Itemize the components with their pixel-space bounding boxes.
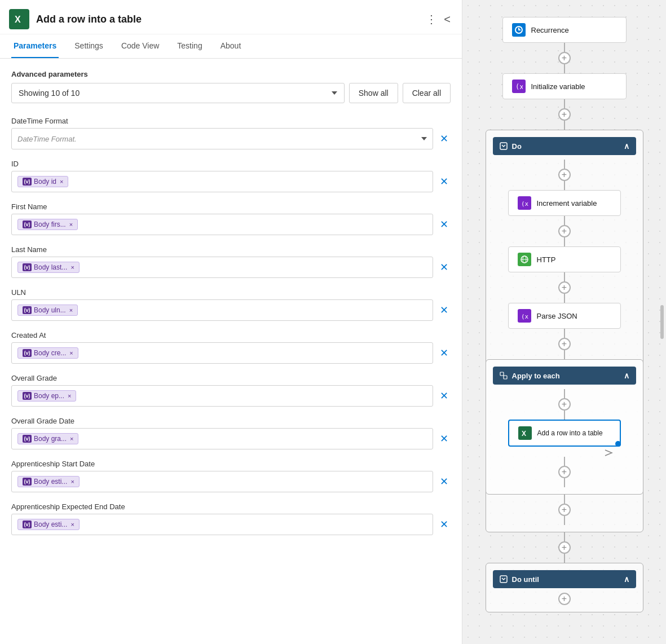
token-body-overallgrade: (v) Body ep... × (17, 390, 76, 402)
first-name-remove-btn[interactable]: ✕ (438, 217, 451, 232)
tab-settings[interactable]: Settings (72, 34, 105, 58)
field-group-datetime-format: DateTime Format DateTime Format. ✕ (11, 117, 451, 149)
token-body-append: (v) Body esti... × (17, 519, 80, 530)
flow-card-http[interactable]: HTTP (508, 246, 621, 272)
token-icon-append: (v) (23, 521, 32, 528)
tab-testing[interactable]: Testing (175, 34, 204, 58)
do-until-header[interactable]: Do until ∧ (493, 570, 636, 588)
last-name-input[interactable]: (v) Body last... × (11, 257, 433, 278)
last-name-remove-btn[interactable]: ✕ (438, 260, 451, 275)
token-body-id: (v) Body id × (17, 176, 68, 187)
datetime-remove-btn[interactable]: ✕ (438, 131, 451, 146)
field-group-first-name: First Name (v) Body firs... × ✕ (11, 202, 451, 235)
token-icon-overallgrade: (v) (23, 392, 32, 400)
apprenticeship-end-remove-btn[interactable]: ✕ (438, 517, 451, 532)
uln-remove-btn[interactable]: ✕ (438, 303, 451, 317)
field-group-overall-grade: Overall Grade (v) Body ep... × ✕ (11, 374, 451, 407)
token-close-firstname[interactable]: × (69, 221, 73, 228)
apply-each-container: Apply to each ∧ + X (486, 359, 643, 495)
cp-until-1[interactable]: + (558, 593, 571, 605)
back-icon[interactable]: < (444, 13, 451, 26)
token-close-overallgrade[interactable]: × (68, 392, 71, 399)
connector-until-1: + (558, 593, 571, 605)
token-close-overallgradedate[interactable]: × (70, 435, 73, 442)
apply-each-label: Apply to each (512, 372, 560, 380)
svg-text:(x): (x) (521, 313, 528, 320)
created-at-input[interactable]: (v) Body cre... × (11, 342, 433, 364)
increment-icon: (x) (518, 196, 531, 210)
do-until-toggle[interactable]: ∧ (624, 575, 629, 584)
cl-do-4 (564, 329, 565, 338)
overall-grade-date-input[interactable]: (v) Body gra... × (11, 428, 433, 449)
do-group-toggle[interactable]: ∧ (624, 142, 629, 151)
cl-do-5 (564, 495, 565, 504)
connector-do-4: + (558, 329, 571, 359)
connector-apply-2: + (558, 457, 571, 487)
cp-apply-2[interactable]: + (558, 466, 571, 478)
id-input[interactable]: (v) Body id × (11, 171, 433, 192)
field-label-last-name: Last Name (11, 245, 451, 254)
token-close-append[interactable]: × (70, 521, 74, 528)
do-group-header[interactable]: Do ∧ (493, 137, 636, 155)
tab-parameters[interactable]: Parameters (11, 34, 59, 58)
apprenticeship-end-input[interactable]: (v) Body esti... × (11, 514, 433, 535)
svg-text:X: X (522, 430, 526, 438)
scroll-indicator[interactable] (660, 305, 664, 339)
connector-plus-2[interactable]: + (558, 108, 571, 121)
cp-do-5[interactable]: + (558, 504, 571, 516)
connector-line-1b (564, 64, 565, 73)
increment-label: Increment variable (537, 199, 597, 208)
tab-about[interactable]: About (218, 34, 244, 58)
flow-card-increment[interactable]: (x) Increment variable (508, 190, 621, 216)
showing-dropdown[interactable]: Showing 10 of 10 (11, 83, 345, 103)
cp-do-2[interactable]: + (558, 225, 571, 237)
overall-grade-input[interactable]: (v) Body ep... × (11, 385, 433, 407)
token-close-lastname[interactable]: × (70, 264, 74, 271)
first-name-input[interactable]: (v) Body firs... × (11, 214, 433, 235)
token-icon-uln: (v) (23, 306, 32, 314)
showing-text: Showing 10 of 10 (19, 89, 80, 98)
flow-card-init-var[interactable]: (x) Initialize variable (502, 73, 627, 99)
do-group-icon (500, 142, 508, 150)
more-options-icon[interactable]: ⋮ (426, 12, 437, 26)
right-panel: Recurrence + (x) Initialize variable + (462, 0, 666, 644)
apply-each-toggle[interactable]: ∧ (624, 371, 629, 380)
datetime-placeholder: DateTime Format. (17, 135, 77, 143)
apprenticeship-start-input[interactable]: (v) Body esti... × (11, 471, 433, 492)
panel-body: Advanced parameters Showing 10 of 10 Sho… (0, 59, 462, 644)
cp-do-4[interactable]: + (558, 338, 571, 350)
id-remove-btn[interactable]: ✕ (438, 174, 451, 189)
cp-do-1[interactable]: + (558, 169, 571, 181)
connector-plus-1[interactable]: + (558, 52, 571, 64)
flow-card-parse-json[interactable]: (x) Parse JSON (508, 303, 621, 329)
cl-apply-2b (564, 478, 565, 487)
flow-card-add-row[interactable]: X Add a row into a table (508, 420, 621, 447)
overall-grade-date-remove-btn[interactable]: ✕ (438, 431, 451, 446)
token-close-appstart[interactable]: × (70, 478, 74, 485)
token-close-uln[interactable]: × (69, 307, 73, 314)
apply-each-header[interactable]: Apply to each ∧ (493, 367, 636, 385)
token-close-createdat[interactable]: × (69, 350, 73, 356)
svg-text:(x): (x) (515, 83, 523, 90)
token-close-id[interactable]: × (60, 178, 63, 185)
field-label-apprenticeship-end: Apprenticeship Expected End Date (11, 502, 451, 511)
apprenticeship-start-remove-btn[interactable]: ✕ (438, 474, 451, 489)
init-var-label: Initialize variable (531, 82, 585, 91)
created-at-remove-btn[interactable]: ✕ (438, 346, 451, 360)
connector-plus-3[interactable]: + (558, 541, 571, 554)
clear-all-button[interactable]: Clear all (403, 83, 451, 103)
uln-input[interactable]: (v) Body uln... × (11, 299, 433, 321)
overall-grade-remove-btn[interactable]: ✕ (438, 389, 451, 403)
datetime-format-input[interactable]: DateTime Format. (11, 128, 433, 149)
tab-code-view[interactable]: Code View (119, 34, 161, 58)
svg-rect-11 (504, 376, 507, 379)
field-input-row-append: (v) Body esti... × ✕ (11, 514, 451, 535)
cp-apply-1[interactable]: + (558, 398, 571, 411)
show-all-button[interactable]: Show all (349, 83, 398, 103)
cp-do-3[interactable]: + (558, 281, 571, 294)
flow-card-recurrence[interactable]: Recurrence (502, 17, 627, 43)
do-until-container: Do until ∧ + (486, 563, 643, 612)
connector-2: + (558, 99, 571, 130)
field-input-row-createdat: (v) Body cre... × ✕ (11, 342, 451, 364)
http-icon (518, 253, 531, 266)
